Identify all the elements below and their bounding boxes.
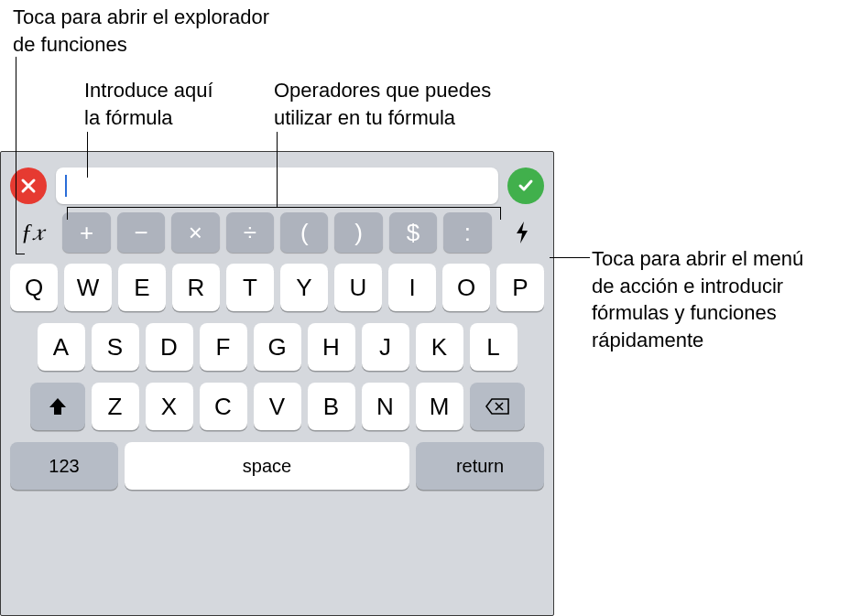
key-d[interactable]: D xyxy=(146,323,193,371)
fx-label: ƒ𝑥 xyxy=(21,219,44,246)
key-i[interactable]: I xyxy=(388,264,436,311)
quick-action-button[interactable] xyxy=(498,212,546,253)
key-row-3: Z X C V B N M xyxy=(5,383,550,430)
key-return[interactable]: return xyxy=(416,442,544,490)
key-h[interactable]: H xyxy=(308,323,355,371)
backspace-icon xyxy=(485,397,510,416)
key-x[interactable]: X xyxy=(146,383,193,430)
key-p[interactable]: P xyxy=(496,264,544,311)
key-f[interactable]: F xyxy=(200,323,247,371)
key-r[interactable]: R xyxy=(172,264,220,311)
key-n[interactable]: N xyxy=(362,383,409,430)
keyboard: Q W E R T Y U I O P A S D F G H J K L Z xyxy=(1,256,553,499)
key-w[interactable]: W xyxy=(64,264,112,311)
key-c[interactable]: C xyxy=(200,383,247,430)
key-q[interactable]: Q xyxy=(10,264,58,311)
key-o[interactable]: O xyxy=(442,264,490,311)
key-row-1: Q W E R T Y U I O P xyxy=(5,264,550,311)
shift-icon xyxy=(47,395,69,417)
key-row-2: A S D F G H J K L xyxy=(5,323,550,371)
key-k[interactable]: K xyxy=(416,323,463,371)
accept-button[interactable] xyxy=(507,168,544,204)
key-j[interactable]: J xyxy=(362,323,409,371)
callout-input: Introduce aquíla fórmula xyxy=(84,77,267,131)
key-b[interactable]: B xyxy=(308,383,355,430)
checkmark-icon xyxy=(517,177,535,195)
key-a[interactable]: A xyxy=(38,323,85,371)
lightning-icon xyxy=(513,220,531,245)
key-numbers[interactable]: 123 xyxy=(10,442,118,490)
key-space[interactable]: space xyxy=(125,442,409,490)
key-shift[interactable] xyxy=(30,383,85,430)
key-g[interactable]: G xyxy=(254,323,301,371)
key-z[interactable]: Z xyxy=(92,383,139,430)
callout-bolt: Toca para abrir el menú de acción e intr… xyxy=(592,245,830,354)
formula-keyboard-panel: ƒ𝑥 + − × ÷ ( ) $ : Q W E R T Y U I O P A… xyxy=(0,151,554,616)
text-caret xyxy=(65,175,67,197)
callout-ops: Operadores que puedesutilizar en tu fórm… xyxy=(274,77,530,131)
key-delete[interactable] xyxy=(470,383,525,430)
key-s[interactable]: S xyxy=(92,323,139,371)
key-m[interactable]: M xyxy=(416,383,463,430)
key-t[interactable]: T xyxy=(226,264,274,311)
key-v[interactable]: V xyxy=(254,383,301,430)
key-u[interactable]: U xyxy=(334,264,382,311)
key-l[interactable]: L xyxy=(470,323,518,371)
key-e[interactable]: E xyxy=(118,264,166,311)
close-icon xyxy=(20,178,37,194)
key-row-bottom: 123 space return xyxy=(5,442,550,490)
key-y[interactable]: Y xyxy=(280,264,328,311)
callout-fx: Toca para abrir el exploradorde funcione… xyxy=(13,4,343,58)
